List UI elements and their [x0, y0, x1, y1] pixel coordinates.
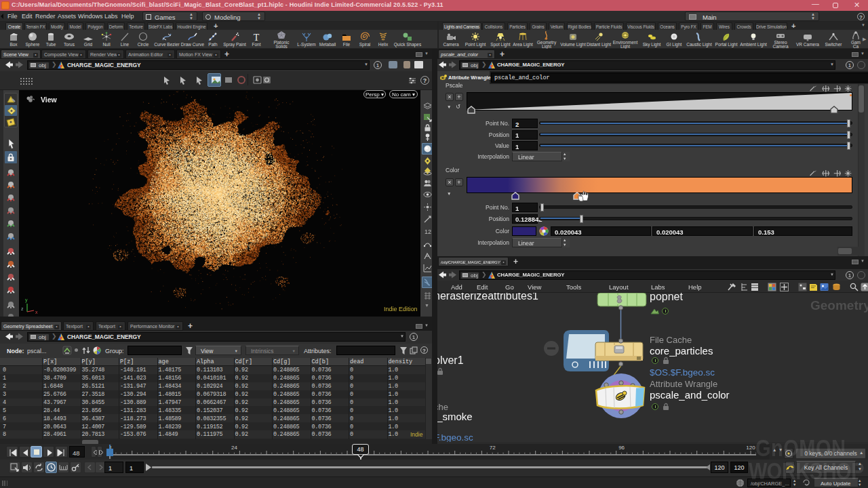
svg-text:T: T: [254, 33, 260, 42]
svg-text:12: 12: [425, 228, 431, 235]
